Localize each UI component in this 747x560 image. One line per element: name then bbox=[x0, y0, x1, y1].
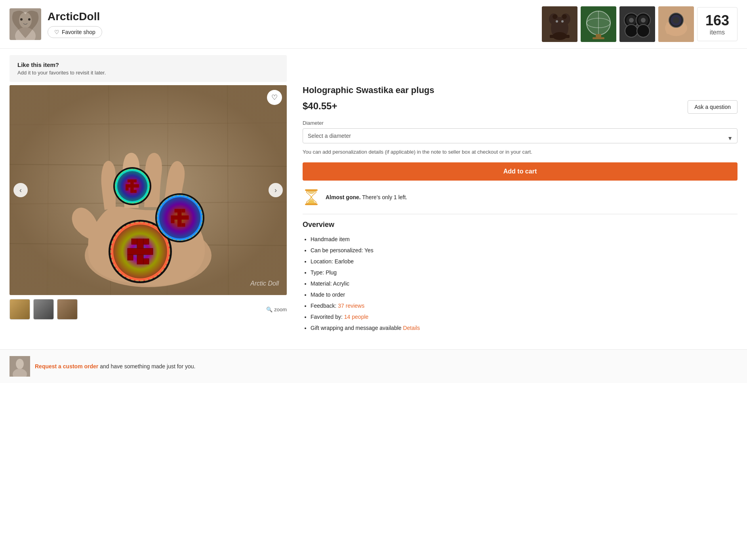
zoom-button[interactable]: 🔍 zoom bbox=[266, 307, 287, 312]
svg-point-30 bbox=[625, 25, 638, 37]
shop-thumb-4[interactable] bbox=[658, 6, 694, 42]
custom-order-bar: Request a custom order and have somethin… bbox=[0, 349, 747, 383]
image-thumb-3[interactable] bbox=[57, 299, 78, 320]
favorited-by-link[interactable]: 14 people bbox=[344, 314, 369, 320]
svg-rect-71 bbox=[134, 190, 137, 193]
add-to-cart-button[interactable]: Add to cart bbox=[303, 162, 737, 181]
image-thumbnails: 🔍 zoom bbox=[10, 299, 287, 320]
custom-order-suffix: and have something made just for you. bbox=[98, 363, 195, 370]
svg-rect-58 bbox=[143, 239, 149, 244]
feedback-link[interactable]: 37 reviews bbox=[338, 303, 364, 309]
ask-question-button[interactable]: Ask a question bbox=[688, 100, 737, 114]
overview-list: Handmade item Can be personalized: Yes L… bbox=[303, 234, 737, 333]
right-panel: Holographic Swastika ear plugs $40.55+ A… bbox=[287, 85, 737, 333]
svg-rect-21 bbox=[596, 34, 601, 37]
zoom-label: zoom bbox=[274, 307, 287, 312]
items-count-label: items bbox=[710, 29, 725, 36]
svg-point-40 bbox=[673, 17, 679, 23]
shop-header: ArcticDoll ♡ Favorite shop bbox=[0, 0, 747, 49]
svg-point-85 bbox=[311, 196, 312, 198]
svg-rect-67 bbox=[126, 184, 139, 187]
svg-rect-69 bbox=[126, 188, 128, 190]
prev-image-button[interactable]: ‹ bbox=[13, 183, 28, 197]
shop-thumbnails: 163 items bbox=[542, 6, 737, 42]
overview-item-material: Material: Acrylic bbox=[311, 278, 737, 289]
custom-order-link[interactable]: Request a custom order bbox=[35, 363, 98, 370]
overview-item-made-to-order: Made to order bbox=[311, 289, 737, 300]
overview-item-gift: Gift wrapping and message available Deta… bbox=[311, 322, 737, 333]
svg-point-29 bbox=[641, 18, 646, 23]
overview-item-location: Location: Earlobe bbox=[311, 256, 737, 267]
items-count-number: 163 bbox=[705, 12, 729, 29]
almost-gone-row: Almost gone. There's only 1 left. bbox=[303, 189, 737, 206]
shop-thumb-2[interactable] bbox=[581, 6, 616, 42]
product-title: Holographic Swastika ear plugs bbox=[303, 85, 737, 95]
diameter-select[interactable]: Select a diameter bbox=[303, 128, 737, 143]
svg-rect-77 bbox=[171, 215, 189, 220]
almost-gone-rest: There's only 1 left. bbox=[361, 194, 408, 200]
shop-thumb-3[interactable] bbox=[619, 6, 655, 42]
svg-rect-61 bbox=[143, 259, 149, 264]
product-image-container: ♡ ‹ › Arctic Doll bbox=[10, 85, 287, 295]
left-panel: ♡ ‹ › Arctic Doll 🔍 zoom bbox=[10, 85, 287, 333]
overview-item-handmade: Handmade item bbox=[311, 234, 737, 245]
items-count-box: 163 items bbox=[697, 7, 737, 41]
heart-icon: ♡ bbox=[54, 29, 59, 35]
svg-point-31 bbox=[637, 25, 650, 37]
svg-rect-89 bbox=[10, 356, 30, 377]
section-divider bbox=[303, 214, 737, 214]
overview-item-feedback: Feedback: 37 reviews bbox=[311, 300, 737, 311]
overview-item-type: Type: Plug bbox=[311, 267, 737, 278]
product-price: $40.55+ bbox=[303, 101, 337, 112]
favorite-shop-label: Favorite shop bbox=[62, 29, 95, 35]
shop-avatar bbox=[10, 8, 41, 40]
svg-point-16 bbox=[561, 20, 564, 23]
hourglass-icon bbox=[303, 189, 320, 206]
svg-rect-79 bbox=[171, 220, 175, 223]
svg-rect-78 bbox=[182, 209, 185, 213]
next-image-button[interactable]: › bbox=[269, 183, 283, 197]
almost-gone-text: Almost gone. There's only 1 left. bbox=[326, 194, 407, 200]
personalization-note: You can add personalization details (if … bbox=[303, 148, 737, 156]
svg-rect-22 bbox=[593, 37, 604, 39]
image-thumb-2[interactable] bbox=[33, 299, 54, 320]
watermark: Arctic Doll bbox=[250, 280, 279, 287]
price-row: $40.55+ Ask a question bbox=[303, 100, 737, 114]
favorites-notice-title: Like this item? bbox=[17, 61, 279, 68]
svg-rect-81 bbox=[182, 223, 185, 227]
svg-rect-70 bbox=[128, 179, 130, 182]
svg-point-12 bbox=[553, 32, 567, 40]
svg-point-15 bbox=[556, 20, 558, 23]
wishlist-button[interactable]: ♡ bbox=[267, 90, 282, 105]
zoom-icon: 🔍 bbox=[266, 307, 273, 312]
overview-item-personalized: Can be personalized: Yes bbox=[311, 245, 737, 256]
custom-order-avatar bbox=[10, 356, 30, 377]
svg-rect-34 bbox=[666, 22, 670, 34]
chevron-left-icon: ‹ bbox=[19, 186, 22, 194]
image-thumb-1[interactable] bbox=[10, 299, 30, 320]
svg-rect-13 bbox=[550, 35, 555, 38]
svg-rect-14 bbox=[565, 35, 570, 38]
favorite-shop-button[interactable]: ♡ Favorite shop bbox=[48, 26, 102, 38]
gift-details-link[interactable]: Details bbox=[403, 325, 420, 331]
svg-rect-80 bbox=[175, 209, 178, 213]
svg-point-11 bbox=[562, 14, 567, 19]
diameter-label: Diameter bbox=[303, 120, 737, 126]
shop-info: ArcticDoll ♡ Favorite shop bbox=[48, 10, 102, 38]
heart-icon: ♡ bbox=[271, 93, 278, 102]
favorites-notice-text: Add it to your favorites to revisit it l… bbox=[17, 70, 279, 76]
svg-rect-59 bbox=[128, 255, 133, 260]
svg-point-10 bbox=[553, 14, 557, 19]
overview-item-favorited: Favorited by: 14 people bbox=[311, 311, 737, 322]
shop-thumb-1[interactable] bbox=[542, 6, 577, 42]
product-image-bg: ♡ ‹ › Arctic Doll bbox=[10, 85, 287, 295]
main-content: ♡ ‹ › Arctic Doll 🔍 zoom Holographic S bbox=[0, 85, 747, 343]
shop-name: ArcticDoll bbox=[48, 10, 102, 23]
favorites-notice: Like this item? Add it to your favorites… bbox=[10, 55, 287, 82]
svg-point-28 bbox=[629, 18, 634, 23]
almost-gone-bold: Almost gone. bbox=[326, 194, 361, 200]
svg-rect-68 bbox=[134, 179, 137, 182]
custom-order-text: Request a custom order and have somethin… bbox=[35, 363, 195, 370]
chevron-right-icon: › bbox=[274, 186, 277, 194]
svg-rect-60 bbox=[131, 239, 137, 244]
